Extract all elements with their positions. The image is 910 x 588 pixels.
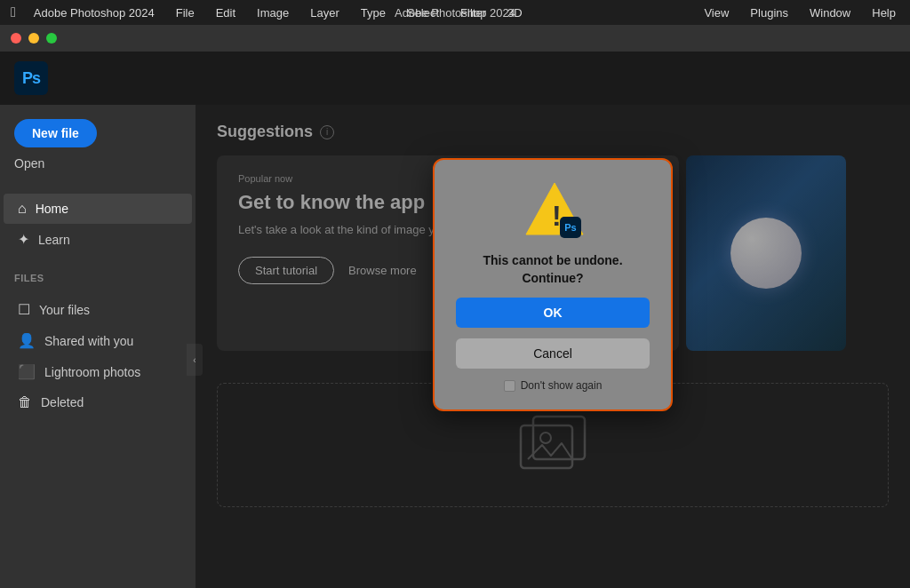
- mac-menubar:  Adobe Photoshop 2024 File Edit Image L…: [0, 0, 910, 25]
- menu-window[interactable]: Window: [806, 4, 854, 21]
- shared-label: Shared with you: [44, 334, 133, 348]
- sidebar-nav: ⌂ Home ✦ Learn: [0, 187, 196, 262]
- sidebar-item-your-files[interactable]: ☐ Your files: [4, 294, 192, 325]
- learn-icon: ✦: [18, 231, 29, 248]
- menu-file[interactable]: File: [172, 4, 198, 21]
- dialog-overlay: ! Ps This cannot be undone. Continue? OK…: [196, 105, 910, 588]
- sidebar-item-home[interactable]: ⌂ Home: [4, 194, 192, 224]
- window-title: Adobe Photoshop 2024: [395, 6, 515, 20]
- dialog-ok-button[interactable]: OK: [456, 298, 650, 328]
- menu-type[interactable]: Type: [357, 4, 389, 21]
- app-name-menu[interactable]: Adobe Photoshop 2024: [30, 4, 158, 21]
- ps-header: Ps: [0, 52, 910, 105]
- menu-view[interactable]: View: [700, 4, 732, 21]
- sidebar-item-learn[interactable]: ✦ Learn: [4, 224, 192, 255]
- your-files-label: Your files: [39, 303, 90, 317]
- dont-show-again-label[interactable]: Don't show again: [504, 379, 603, 392]
- deleted-label: Deleted: [41, 395, 84, 409]
- dont-show-again-checkbox[interactable]: [504, 380, 515, 392]
- close-button[interactable]: [11, 33, 21, 44]
- alert-dialog: ! Ps This cannot be undone. Continue? OK…: [433, 158, 673, 411]
- lightroom-icon: ⬛: [18, 363, 36, 380]
- ps-badge-icon: Ps: [560, 217, 581, 238]
- sidebar-item-home-label: Home: [36, 202, 68, 216]
- menu-layer[interactable]: Layer: [307, 4, 343, 21]
- minimize-button[interactable]: [28, 33, 39, 44]
- menu-edit[interactable]: Edit: [212, 4, 239, 21]
- files-nav: ☐ Your files 👤 Shared with you ⬛ Lightro…: [0, 287, 196, 425]
- file-icon: ☐: [18, 301, 30, 318]
- sidebar: New file Open ⌂ Home ✦ Learn FILES: [0, 105, 196, 588]
- files-section-label: FILES: [0, 262, 196, 287]
- main-content: New file Open ⌂ Home ✦ Learn FILES: [0, 105, 910, 588]
- trash-icon: 🗑: [18, 394, 32, 410]
- fullscreen-button[interactable]: [46, 33, 57, 44]
- sidebar-item-lightroom[interactable]: ⬛ Lightroom photos: [4, 356, 192, 387]
- home-icon: ⌂: [18, 201, 27, 217]
- open-link[interactable]: Open: [14, 155, 181, 172]
- apple-menu[interactable]: : [11, 4, 16, 20]
- dont-show-again-text: Don't show again: [521, 379, 603, 392]
- sidebar-wrapper: New file Open ⌂ Home ✦ Learn FILES: [0, 105, 196, 588]
- main-area: Suggestions i Popular now Get to know th…: [196, 105, 910, 588]
- dialog-icon-area: ! Ps: [524, 181, 581, 238]
- new-file-button[interactable]: New file: [14, 119, 97, 147]
- menu-plugins[interactable]: Plugins: [746, 4, 792, 21]
- title-bar: [0, 25, 910, 52]
- sidebar-item-learn-label: Learn: [38, 233, 70, 247]
- dialog-message: This cannot be undone. Continue?: [456, 252, 650, 287]
- lightroom-label: Lightroom photos: [44, 365, 140, 379]
- sidebar-top: New file Open: [0, 119, 196, 187]
- shared-icon: 👤: [18, 332, 36, 349]
- menu-image[interactable]: Image: [253, 4, 292, 21]
- warning-triangle: ! Ps: [524, 181, 581, 238]
- sidebar-item-deleted[interactable]: 🗑 Deleted: [4, 387, 192, 417]
- menu-help[interactable]: Help: [868, 4, 899, 21]
- app-window: Ps New file Open ⌂ Home ✦ Learn: [0, 52, 910, 588]
- dialog-cancel-button[interactable]: Cancel: [456, 338, 650, 369]
- sidebar-item-shared[interactable]: 👤 Shared with you: [4, 325, 192, 356]
- ps-logo: Ps: [14, 61, 48, 95]
